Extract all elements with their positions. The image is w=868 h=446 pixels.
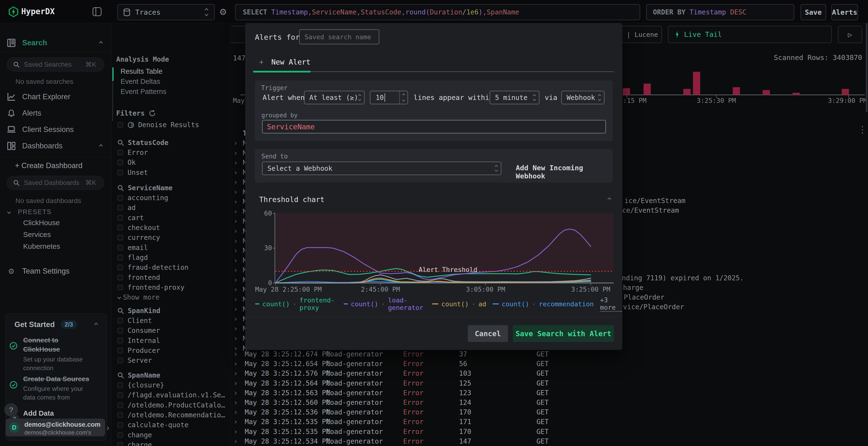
filter-option[interactable]: calculate-quote (117, 420, 227, 430)
sidebar-item-alerts[interactable]: Alerts (0, 108, 112, 118)
search-icon (117, 372, 124, 379)
filter-option[interactable]: Unset (117, 168, 227, 177)
scrollbar-thumb[interactable] (866, 23, 868, 112)
filter-option[interactable]: charge (117, 440, 227, 446)
threshold-op-select[interactable]: At least (≥) (304, 91, 365, 104)
filter-option[interactable]: accounting (117, 193, 227, 203)
saved-dashboards-input[interactable]: Saved Dashboards ⌘K (7, 176, 104, 190)
grouped-by-input[interactable]: ServiceName (262, 120, 606, 133)
filter-option[interactable]: /oteldemo.Recommendatio… (117, 410, 227, 420)
bell-icon (7, 109, 16, 117)
time-window-select[interactable]: 5 minute (490, 91, 539, 104)
save-search-with-alert-button[interactable]: Save Search with Alert (513, 325, 614, 342)
filter-option[interactable]: /flagd.evaluation.v1.Se… (117, 390, 227, 400)
filter-option[interactable]: /oteldemo.ProductCatalo… (117, 400, 227, 410)
trigger-label: Trigger (261, 84, 288, 92)
channel-select[interactable]: Webhook (561, 91, 604, 104)
table-row[interactable]: ›May 28 3:25:12.535 PMload-generatorErro… (231, 417, 868, 426)
tab-new-alert[interactable]: + New Alert (259, 58, 311, 66)
threshold-value-input[interactable]: 10 (370, 91, 408, 104)
checkbox[interactable] (117, 122, 123, 128)
alerts-button[interactable]: Alerts (831, 4, 858, 20)
analysis-mode-tab[interactable]: Results Table (121, 67, 166, 77)
preset-item[interactable]: Kubernetes (23, 242, 60, 254)
table-row[interactable]: ›May 28 3:25:12.536 PMload-generatorErro… (231, 407, 868, 417)
kebab-menu-icon[interactable]: ⋮ (858, 124, 867, 135)
source-select[interactable]: Traces (117, 4, 215, 20)
collapse-chart-icon[interactable] (608, 198, 612, 201)
step3-title[interactable]: Add Data (23, 409, 54, 417)
filter-option[interactable]: Client (117, 316, 227, 325)
threshold-chart-title: Threshold chart (259, 195, 324, 204)
filter-option[interactable]: currency (117, 233, 227, 242)
sidebar-item-client-sessions[interactable]: Client Sessions (0, 124, 112, 135)
filter-option[interactable]: email (117, 242, 227, 252)
sidebar-item-search[interactable]: Search (0, 38, 112, 48)
filter-option[interactable]: flagd (117, 252, 227, 263)
filter-option[interactable]: Server (117, 355, 227, 365)
filter-option[interactable]: ad (117, 203, 227, 213)
filter-option[interactable]: Error (117, 148, 227, 158)
collapse-icon[interactable] (94, 323, 98, 327)
table-row[interactable]: ›May 28 3:25:12.534 PMload-generatorErro… (231, 436, 868, 446)
table-row[interactable]: ›May 28 3:25:12.674 PMload-generatorErro… (231, 349, 868, 359)
filter-option[interactable]: Consumer (117, 325, 227, 336)
sidebar-item-team-settings[interactable]: ⚙ Team Settings (0, 266, 112, 276)
preset-item[interactable]: Services (23, 231, 60, 242)
analysis-mode-tab[interactable]: Event Deltas (121, 77, 166, 88)
sidebar-item-chart-explorer[interactable]: Chart Explorer (0, 92, 112, 102)
filter-option[interactable]: fraud-detection (117, 263, 227, 272)
filter-group-label: SpanKind (117, 306, 227, 316)
table-row[interactable]: ›May 28 3:25:12.560 PMload-generatorErro… (231, 398, 868, 407)
saved-search-name-input[interactable] (299, 29, 379, 44)
hyperdx-logo-icon[interactable] (9, 6, 18, 18)
checkbox (117, 160, 123, 165)
no-saved-searches-text: No saved searches (16, 78, 73, 85)
step1-desc: Set up your databaseconnection (23, 355, 83, 372)
account-expand-chevron[interactable]: › (106, 423, 109, 432)
filter-group-statuscode: StatusCodeErrorOkUnset (117, 138, 227, 177)
threshold-chart-x-tick: 2:45:00 PM (351, 286, 409, 293)
step1-title[interactable]: Connect to ClickHouse (23, 336, 95, 354)
create-dashboard-button[interactable]: + Create Dashboard (0, 161, 112, 171)
table-row[interactable]: ›May 28 3:25:12.564 PMload-generatorErro… (231, 378, 868, 388)
presets-toggle[interactable]: PRESETS (0, 208, 112, 216)
lines-appear-text: lines appear within (413, 94, 494, 102)
checkbox (117, 285, 123, 290)
order-by-input[interactable]: ORDER BY Timestamp DESC (646, 4, 794, 20)
denoise-results-toggle[interactable]: Denoise Results (117, 120, 199, 130)
save-button[interactable]: Save (801, 4, 826, 20)
refresh-icon[interactable] (149, 110, 156, 116)
preset-item[interactable]: ClickHouse (23, 219, 60, 231)
clipped-text: ce/EventStream (622, 206, 679, 214)
sidebar-item-dashboards[interactable]: Dashboards (0, 141, 112, 151)
hyperdx-app: HyperDX Traces ⚙ SELECT Timestamp,Servic… (0, 0, 868, 446)
number-spinner[interactable] (399, 91, 407, 104)
step2-title[interactable]: Create Data Sources (23, 375, 89, 383)
filter-option[interactable]: change (117, 430, 227, 440)
filter-option[interactable]: Internal (117, 336, 227, 346)
filter-option[interactable]: frontend-proxy (117, 282, 227, 293)
table-row[interactable]: ›May 28 3:25:12.654 PMload-generatorErro… (231, 359, 868, 369)
filter-option[interactable]: cart (117, 213, 227, 223)
sidebar-toggle-icon[interactable] (93, 7, 101, 16)
filter-option[interactable]: Ok (117, 158, 227, 167)
add-new-webhook-button[interactable]: Add New Incoming Webhook (516, 164, 613, 180)
filter-option[interactable]: checkout (117, 223, 227, 233)
filter-option[interactable]: Producer (117, 346, 227, 355)
webhook-select[interactable]: Select a Webhook (262, 162, 501, 175)
show-more-button[interactable]: Show more (117, 293, 227, 302)
filter-option[interactable]: {closure} (117, 380, 227, 390)
query-settings-gear-icon[interactable]: ⚙ (219, 7, 227, 17)
saved-searches-input[interactable]: Saved Searches ⌘K (7, 58, 104, 71)
help-button[interactable]: ? (4, 403, 18, 417)
legend-more-button[interactable]: +3 more (600, 296, 623, 312)
table-row[interactable]: ›May 28 3:25:12.535 PMload-generatorErro… (231, 427, 868, 436)
select-query-input[interactable]: SELECT Timestamp,ServiceName,StatusCode,… (235, 4, 640, 20)
account-menu[interactable]: D demos@clickhouse.com demos@clickhouse.… (5, 418, 105, 436)
filter-option[interactable]: frontend (117, 272, 227, 282)
analysis-mode-tab[interactable]: Event Patterns (121, 88, 166, 98)
cancel-button[interactable]: Cancel (468, 325, 508, 342)
table-row[interactable]: ›May 28 3:25:12.576 PMload-generatorErro… (231, 369, 868, 378)
table-row[interactable]: ›May 28 3:25:12.563 PMload-generatorErro… (231, 388, 868, 398)
